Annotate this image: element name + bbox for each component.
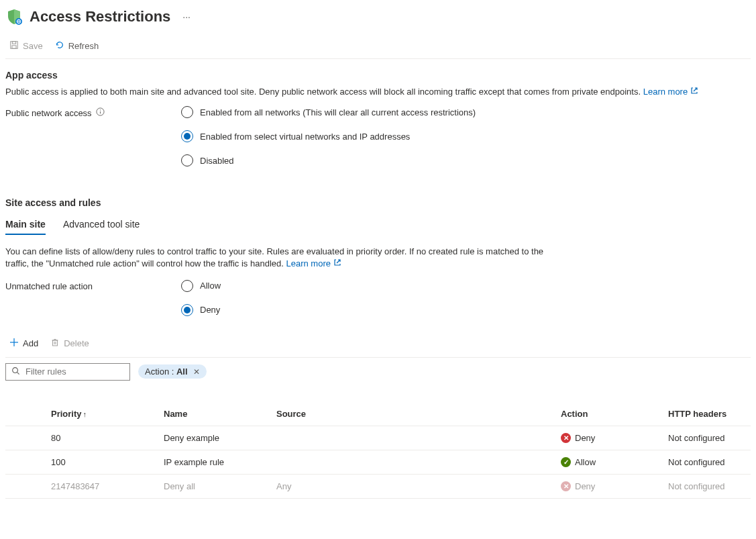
site-access-section: Site access and rules Main site Advanced… (5, 187, 751, 498)
site-access-description: You can define lists of allow/deny rules… (5, 246, 562, 270)
cell-http: Not configured (663, 450, 751, 474)
rules-table: Priority↑ Name Source Action HTTP header… (5, 402, 751, 499)
cell-http: Not configured (663, 474, 751, 498)
col-http-header[interactable]: HTTP headers (663, 402, 751, 426)
sort-arrow-icon: ↑ (83, 410, 87, 418)
svg-rect-4 (12, 42, 15, 44)
cell-action: ✓ Allow (555, 450, 663, 474)
page-header: Access Restrictions ··· (5, 5, 751, 34)
cell-priority: 80 (46, 426, 158, 450)
filter-chip-action[interactable]: Action : All ✕ (138, 364, 207, 379)
col-source-header[interactable]: Source (271, 402, 555, 426)
col-action-header[interactable]: Action (555, 402, 663, 426)
table-row[interactable]: 2147483647 Deny all Any ✕ Deny Not confi… (5, 474, 751, 498)
unmatched-rule-radios: Allow Deny (181, 280, 221, 316)
public-network-access-radios: Enabled from all networks (This will cle… (181, 106, 476, 166)
close-icon[interactable]: ✕ (193, 367, 200, 377)
shield-icon (5, 8, 23, 26)
radio-label: Enabled from select virtual networks and… (200, 132, 410, 142)
tab-advanced-tool-site[interactable]: Advanced tool site (63, 215, 140, 235)
plus-icon (9, 338, 19, 349)
allow-icon: ✓ (561, 457, 571, 467)
cell-name: Deny example (158, 426, 271, 450)
cell-action: ✕ Deny (555, 426, 663, 450)
app-access-description: Public access is applied to both main si… (5, 86, 751, 98)
save-button[interactable]: Save (9, 40, 43, 52)
radio-label: Allow (200, 281, 221, 291)
filter-row: Action : All ✕ (5, 357, 751, 386)
cell-source (271, 426, 555, 450)
trash-icon (50, 338, 60, 349)
refresh-icon (55, 40, 64, 52)
radio-enabled-select[interactable]: Enabled from select virtual networks and… (181, 130, 476, 142)
external-link-icon (690, 86, 698, 98)
svg-rect-11 (53, 340, 58, 346)
app-access-section: App access Public access is applied to b… (5, 59, 751, 166)
radio-label: Disabled (200, 156, 234, 166)
svg-line-17 (17, 372, 19, 374)
command-toolbar: Save Refresh (5, 34, 751, 59)
cell-name: Deny all (158, 474, 271, 498)
save-icon (9, 40, 19, 52)
table-header-row: Priority↑ Name Source Action HTTP header… (5, 402, 751, 426)
cell-priority: 2147483647 (46, 474, 158, 498)
col-name-header[interactable]: Name (158, 402, 271, 426)
cell-http: Not configured (663, 426, 751, 450)
info-icon[interactable] (96, 107, 105, 118)
refresh-button[interactable]: Refresh (55, 40, 99, 52)
radio-unmatched-allow[interactable]: Allow (181, 280, 221, 292)
table-row[interactable]: 100 IP example rule ✓ Allow Not configur… (5, 450, 751, 474)
radio-icon (181, 106, 193, 118)
radio-disabled[interactable]: Disabled (181, 154, 476, 166)
radio-enabled-all[interactable]: Enabled from all networks (This will cle… (181, 106, 476, 118)
more-menu[interactable]: ··· (182, 11, 191, 22)
svg-point-8 (100, 110, 101, 111)
table-row[interactable]: 80 Deny example ✕ Deny Not configured (5, 426, 751, 450)
cell-priority: 100 (46, 450, 158, 474)
radio-icon (181, 130, 193, 142)
svg-point-16 (13, 367, 18, 373)
col-checkbox-header (5, 402, 46, 426)
unmatched-rule-field: Unmatched rule action Allow Deny (5, 280, 751, 316)
cell-source (271, 450, 555, 474)
page-title: Access Restrictions (30, 8, 170, 26)
app-access-learn-more-link[interactable]: Learn more (643, 86, 698, 98)
radio-label: Deny (200, 305, 220, 315)
rules-table-body: 80 Deny example ✕ Deny Not configured 10… (5, 426, 751, 498)
unmatched-rule-label: Unmatched rule action (5, 280, 181, 291)
external-link-icon (333, 258, 341, 270)
radio-icon (181, 304, 193, 316)
site-tabs: Main site Advanced tool site (5, 215, 751, 235)
search-icon (11, 366, 20, 377)
filter-input[interactable] (25, 366, 124, 377)
add-button[interactable]: Add (9, 338, 38, 349)
site-access-title: Site access and rules (5, 197, 751, 208)
site-access-learn-more-link[interactable]: Learn more (286, 258, 341, 270)
svg-rect-5 (12, 46, 16, 48)
svg-rect-3 (11, 42, 18, 49)
cell-name: IP example rule (158, 450, 271, 474)
rules-action-bar: Add Delete (5, 330, 751, 357)
cell-action: ✕ Deny (555, 474, 663, 498)
save-label: Save (23, 41, 43, 51)
radio-icon (181, 154, 193, 166)
refresh-label: Refresh (68, 41, 99, 51)
radio-unmatched-deny[interactable]: Deny (181, 304, 221, 316)
chip-label: Action : All (145, 366, 188, 377)
radio-icon (181, 280, 193, 292)
search-box[interactable] (5, 363, 130, 381)
delete-label: Delete (64, 338, 89, 348)
app-access-title: App access (5, 70, 751, 81)
public-network-access-label: Public network access (5, 106, 181, 118)
cell-source: Any (271, 474, 555, 498)
deny-icon: ✕ (561, 481, 571, 491)
tab-main-site[interactable]: Main site (5, 215, 46, 235)
radio-label: Enabled from all networks (This will cle… (200, 107, 476, 117)
col-priority-header[interactable]: Priority↑ (46, 402, 158, 426)
delete-button[interactable]: Delete (50, 338, 89, 349)
add-label: Add (23, 338, 38, 348)
deny-icon: ✕ (561, 433, 571, 443)
public-network-access-field: Public network access Enabled from all n… (5, 106, 751, 166)
